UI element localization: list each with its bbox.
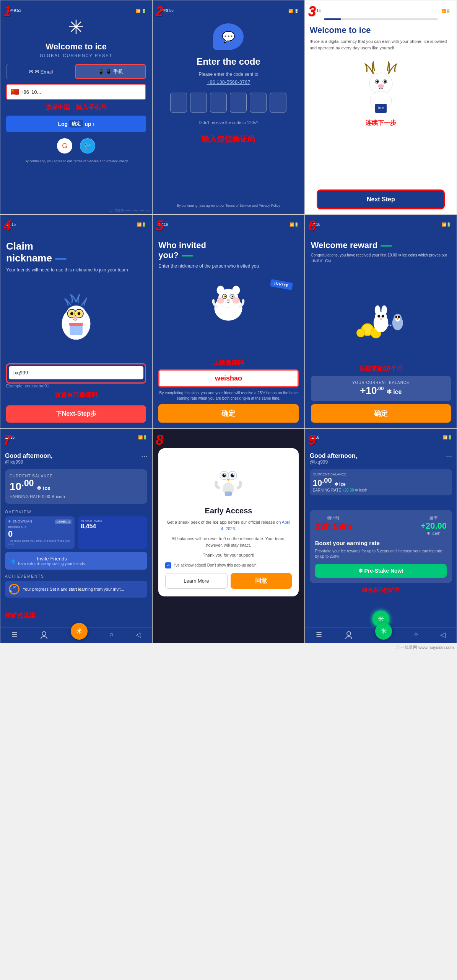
step-number-1: 1: [3, 3, 11, 20]
tab-email[interactable]: ✉ ✉ Email: [7, 64, 75, 79]
nav-menu[interactable]: ☰: [11, 630, 18, 640]
step-number-9: 9: [308, 432, 316, 448]
balance-unit-9: ❄ ice: [334, 482, 346, 487]
balance-box-6: YOUR CURRENT BALANCE +10.00 ❄ ice: [311, 376, 451, 401]
referrals-label: REFERRALS: [8, 526, 72, 529]
earning-rate-9: EARNING RATE +20.00 ❄ ice/h: [313, 488, 449, 492]
step-number-2: 2: [156, 3, 163, 20]
next-step-btn-4[interactable]: 下Next-Step步: [6, 405, 146, 423]
login-confirm-btn[interactable]: Log 确定 up ›: [6, 116, 146, 132]
early-access-card: Early Access Get a sneak peek of the ice…: [158, 448, 298, 596]
nav-star-mine-btn[interactable]: ✳: [71, 623, 88, 640]
login-suffix: up ›: [85, 121, 94, 127]
step-8: 8: [152, 429, 304, 643]
status-icons-3: 📶🔋: [441, 9, 450, 13]
balance-unit-7: ❄ ice: [37, 485, 50, 491]
nav-circle[interactable]: ○: [109, 630, 114, 640]
invite-badge: INVITE: [270, 279, 293, 290]
annotation-next-step: 连续下一步: [366, 119, 396, 127]
status-bar-4: 12:15 📶🔋: [6, 222, 146, 227]
svg-point-36: [357, 329, 365, 337]
nickname-input[interactable]: [9, 366, 143, 379]
bottom-nav-9: ☰ ✳ ○ ◁: [305, 627, 457, 643]
claim-subtitle: Your friends will need to use this nickn…: [6, 267, 146, 273]
confirm-btn-6[interactable]: 确定: [311, 404, 451, 423]
release-date-link[interactable]: April 4, 2023: [221, 520, 290, 531]
status-bar-6: 12:16 📶🔋: [311, 222, 451, 227]
nav-profile-9[interactable]: [344, 630, 353, 640]
svg-point-60: [224, 474, 226, 475]
watermark-1: 汇一线量网 www.huiyixian.com: [109, 208, 151, 212]
balance-decimal-6: .00: [377, 385, 384, 391]
svg-point-42: [382, 305, 387, 315]
status-bar-3: 12:14 📶🔋: [310, 8, 452, 14]
rate-unit: ❄ ice/h: [421, 531, 447, 536]
acknowledge-checkbox[interactable]: ✓: [165, 562, 171, 568]
acknowledge-row: ✓ I've acknowledged! Don't show this pop…: [165, 562, 291, 568]
nav-profile[interactable]: [39, 630, 49, 640]
tab-phone[interactable]: 📱 📱 手机: [75, 64, 146, 79]
svg-point-16: [78, 312, 81, 315]
svg-point-29: [232, 296, 233, 297]
pre-stake-btn[interactable]: ❄ Pre-Stake Now!: [315, 564, 447, 578]
claim-title: Claimnickname: [6, 240, 146, 264]
balance-card-9: CURRENT BALANCE 10.00 ❄ ice EARNING RATE…: [310, 469, 452, 495]
btn-row-8: Learn More 同意: [165, 573, 291, 589]
progress-fraction: 1 of 6: [10, 585, 18, 593]
code-box-5[interactable]: [250, 93, 267, 113]
step-number-7: 7: [3, 432, 11, 448]
code-box-3[interactable]: [210, 93, 227, 113]
status-icons-4: 📶🔋: [137, 222, 146, 227]
progress-text-7: Your progress Set it and start learning …: [23, 587, 124, 591]
svg-point-45: [379, 318, 382, 319]
earning-unit-9: ❄ ice/h: [355, 488, 367, 492]
invite-sub-label: Earn extra ❄ ice by inviting your friend…: [18, 562, 86, 566]
status-bar-9: 12:16 📶🔋: [310, 435, 452, 439]
google-login-btn[interactable]: G: [57, 138, 72, 154]
code-box-2[interactable]: [190, 93, 207, 113]
invite-code-input[interactable]: [158, 369, 298, 387]
next-step-label-4: 下Next-Step步: [56, 410, 97, 418]
svg-point-50: [398, 316, 400, 318]
nav-menu-9[interactable]: ☰: [316, 630, 322, 640]
countdown-popup: 倒计时 23h 59m 速率 +20.00 ❄ ice/h Boost your…: [310, 510, 452, 583]
nav-back[interactable]: ◁: [136, 630, 141, 640]
invite-friends-btn[interactable]: 👥 Invite Friends Earn extra ❄ ice by inv…: [5, 552, 147, 570]
step-3: 3 12:14 📶🔋 Welcome to ice ❄ ice is a dig…: [305, 0, 457, 214]
progress-card-7: 1 of 6 Your progress Set it and start le…: [5, 581, 147, 598]
dots-menu-7[interactable]: ⋯: [141, 452, 147, 460]
hedgehog-mascot: [6, 276, 146, 363]
sent-to-text: Please enter the code sent to: [198, 72, 258, 77]
learn-more-btn[interactable]: Learn More: [165, 573, 227, 589]
refer-card: GLOBAL RANK 8,454: [78, 516, 147, 549]
agree-btn[interactable]: 同意: [231, 573, 292, 589]
overview-label-7: OVERVIEW: [5, 510, 147, 514]
curr-balance-value-7: 10.00 ❄ ice: [10, 478, 143, 493]
balance-num-6: +10: [360, 385, 377, 396]
next-step-button[interactable]: Next Step: [317, 189, 445, 209]
step-5: 5 12:16 📶🔋 Who invitedyou? Enter the nic…: [152, 214, 304, 429]
nav-back-9[interactable]: ◁: [440, 630, 446, 640]
code-box-1[interactable]: [170, 93, 187, 113]
email-icon: ✉: [29, 69, 33, 75]
confirm-btn-5[interactable]: 确定: [158, 404, 298, 423]
welcome-title-1: Welcome to ice: [46, 42, 107, 52]
ice-logo-1: ✳: [65, 16, 88, 39]
greeting-block-9: Good afternoon, @lxq999: [310, 452, 357, 465]
flag-china: 🇨🇳: [11, 88, 19, 96]
nav-circle-9[interactable]: ○: [414, 630, 418, 640]
svg-point-49: [395, 316, 397, 318]
twitter-login-btn[interactable]: 🐦: [80, 138, 95, 154]
who-subtitle: Enter the nickname of the person who inv…: [158, 263, 298, 269]
step-number-6: 6: [308, 218, 316, 234]
annotation-reward-coins: 注册奖励10个币: [311, 365, 451, 373]
svg-point-4: [384, 80, 386, 83]
agree-label: 同意: [255, 577, 267, 584]
invite-text-block: Invite Friends Earn extra ❄ ice by invit…: [18, 556, 86, 566]
dots-menu-9[interactable]: ⋯: [446, 452, 452, 460]
code-box-6[interactable]: [270, 93, 286, 113]
code-box-4[interactable]: [230, 93, 247, 113]
hamster-area: INVITE: [158, 273, 298, 357]
nav-green-star-btn[interactable]: ✳: [375, 623, 392, 640]
pre-stake-label: ❄ Pre-Stake Now!: [358, 568, 404, 574]
